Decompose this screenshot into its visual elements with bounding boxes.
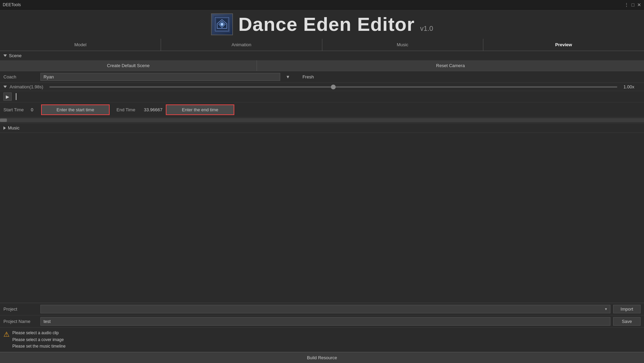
timeline-scrollbar-thumb[interactable] — [0, 118, 7, 122]
music-label: Music — [8, 125, 20, 130]
menu-icon[interactable]: ⋮ — [624, 2, 629, 8]
warning-icon: ⚠ — [3, 330, 10, 338]
tab-animation[interactable]: Animation — [161, 39, 322, 51]
tab-model[interactable]: Model — [0, 39, 161, 51]
timeline-scrollbar-row — [0, 117, 644, 123]
music-expand-icon[interactable] — [3, 126, 6, 130]
warnings-row: ⚠ Please select a audio clip Please sele… — [0, 328, 644, 352]
reset-camera-button[interactable]: Reset Camera — [257, 60, 644, 71]
build-resource-button[interactable]: Build Resource — [0, 352, 644, 363]
animation-row: Animation(1.98s) 1.00x — [0, 83, 644, 91]
main-content: Scene Create Default Scene Reset Camera … — [0, 51, 644, 133]
scene-collapse-icon[interactable] — [3, 54, 7, 57]
enter-end-time-button[interactable]: Enter the end time — [166, 104, 234, 115]
animation-label: Animation(1.98s) — [10, 84, 43, 89]
music-section-header: Music — [3, 125, 641, 130]
animation-collapse-icon[interactable] — [3, 86, 7, 88]
project-select-wrapper — [40, 305, 610, 313]
coach-dropdown[interactable]: Ryan — [40, 73, 280, 81]
start-time-label: Start Time — [3, 107, 27, 112]
svg-point-5 — [221, 23, 223, 26]
music-section: Music — [0, 123, 644, 133]
project-label: Project — [3, 306, 38, 312]
create-default-scene-button[interactable]: Create Default Scene — [0, 60, 257, 71]
scene-section-header: Scene — [0, 51, 644, 60]
window-controls[interactable]: ⋮ □ ✕ — [624, 2, 641, 8]
project-name-input[interactable] — [40, 317, 610, 326]
play-icon: ▶ — [6, 94, 9, 99]
start-time-value: 0 — [31, 107, 38, 112]
playback-row: ▶ — [0, 91, 644, 102]
tab-music[interactable]: Music — [322, 39, 483, 51]
project-name-row: Project Name Save — [0, 315, 644, 328]
header: Dance Eden Editor v1.0 — [0, 10, 644, 39]
animation-speed-slider[interactable] — [49, 86, 617, 88]
warning-3: Please set the music timeline — [12, 343, 65, 350]
project-name-label: Project Name — [3, 319, 38, 324]
coach-row: Coach Ryan ▼ Fresh — [0, 71, 644, 83]
import-button[interactable]: Import — [613, 305, 641, 313]
end-time-value: 33.96667 — [144, 107, 162, 112]
save-button[interactable]: Save — [613, 317, 641, 326]
app-title: Dance Eden Editor — [238, 13, 415, 35]
scene-buttons-row: Create Default Scene Reset Camera — [0, 60, 644, 71]
coach-value: Ryan — [44, 74, 277, 79]
warning-2: Please select a cover image — [12, 337, 65, 343]
timeline-scrollbar-track[interactable] — [0, 118, 644, 122]
project-select[interactable] — [40, 305, 610, 313]
bottom-area: Project Import Project Name Save ⚠ Pleas… — [0, 303, 644, 363]
warning-1: Please select a audio clip — [12, 330, 65, 336]
maximize-icon[interactable]: □ — [632, 2, 634, 8]
coach-dropdown-arrow[interactable]: ▼ — [283, 74, 293, 79]
coach-label: Coach — [3, 74, 38, 79]
play-button[interactable]: ▶ — [3, 92, 12, 101]
end-time-label: End Time — [116, 107, 140, 112]
camera-preset-label: Fresh — [302, 74, 314, 79]
enter-start-time-button[interactable]: Enter the start time — [41, 104, 110, 115]
tab-preview[interactable]: Preview — [483, 39, 644, 51]
app-version: v1.0 — [420, 25, 433, 35]
timeline-cursor — [16, 93, 16, 100]
app-name: DEETools — [3, 2, 21, 7]
nav-tabs: Model Animation Music Preview — [0, 39, 644, 51]
warnings-text: Please select a audio clip Please select… — [12, 330, 65, 350]
project-row: Project Import — [0, 303, 644, 315]
title-bar: DEETools ⋮ □ ✕ — [0, 0, 644, 10]
close-icon[interactable]: ✕ — [637, 2, 641, 8]
scene-label: Scene — [9, 53, 22, 58]
animation-speed-value: 1.00x — [623, 84, 641, 89]
app-logo — [211, 13, 233, 35]
animation-speed-slider-container — [49, 86, 617, 88]
time-row: Start Time 0 Enter the start time End Ti… — [0, 102, 644, 117]
